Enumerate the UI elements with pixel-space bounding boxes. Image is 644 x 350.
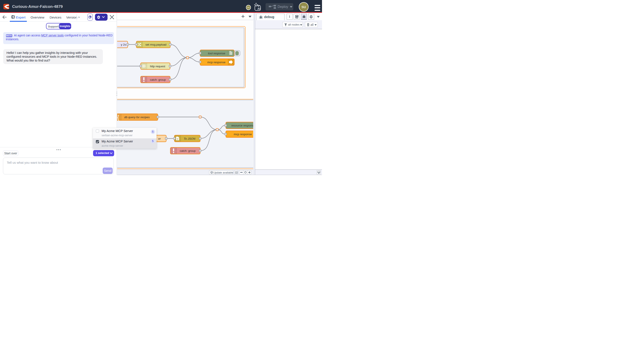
svg-text:catch: group: catch: group	[150, 78, 166, 81]
svg-text:{: {	[117, 114, 119, 120]
svg-text:AI: AI	[258, 7, 260, 10]
svg-text:{}: {}	[177, 138, 178, 140]
svg-text:db query for recipes: db query for recipes	[124, 116, 150, 119]
svg-text:set msg.payload: set msg.payload	[146, 43, 166, 46]
svg-text:mcp response: mcp response	[208, 60, 226, 64]
svg-text:catch: group: catch: group	[180, 149, 196, 152]
svg-text:tool response: tool response	[208, 52, 225, 55]
svg-text:http request: http request	[150, 64, 165, 68]
svg-text:resource response: resource response	[231, 124, 253, 127]
svg-text:y 2s: y 2s	[121, 43, 126, 46]
svg-text:er: er	[158, 137, 161, 140]
svg-text:To JSON: To JSON	[184, 137, 196, 140]
svg-text:mcp response: mcp response	[234, 133, 252, 136]
